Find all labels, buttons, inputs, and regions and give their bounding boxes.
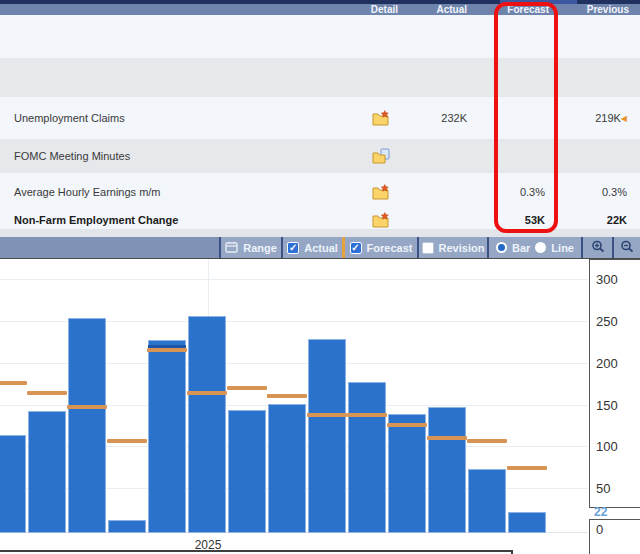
nfp-history-chart: 2025 30025020015010050 22 0 [0, 258, 640, 554]
previous-revision-arrow-icon: ◀ [621, 114, 627, 123]
event-row-average-hourly-earnings[interactable]: Average Hourly Earnings m/m 0.3% 0.3% [0, 178, 640, 206]
actual-checkbox-icon[interactable]: ✓ [287, 242, 299, 254]
empty-row-2 [0, 58, 640, 97]
zoom-out-button[interactable] [612, 237, 640, 258]
calendar-icon [225, 241, 238, 255]
forecast-tick [347, 413, 387, 417]
y-axis-label: 150 [596, 398, 618, 413]
previous-value: 22K [607, 214, 627, 226]
bar-radio-label[interactable]: Bar [512, 242, 530, 254]
y-axis-label: 300 [596, 272, 618, 287]
range-button[interactable]: Range [219, 237, 281, 258]
bar-radio-icon[interactable] [496, 242, 507, 253]
event-name: Unemployment Claims [14, 112, 125, 124]
forecast-value: 0.3% [520, 186, 545, 198]
actual-bar [428, 407, 466, 533]
folder-star-icon[interactable] [372, 184, 390, 200]
forecast-tick [27, 391, 67, 395]
gridline [0, 279, 588, 280]
actual-bar [228, 410, 266, 533]
actual-bar [28, 411, 66, 533]
actual-bar [148, 340, 186, 533]
forecast-tick [187, 391, 227, 395]
previous-value: 219K◀ [595, 112, 627, 124]
actual-bar [68, 318, 106, 533]
event-rows-block: Average Hourly Earnings m/m 0.3% 0.3% No… [0, 173, 640, 229]
y-axis-label: 50 [596, 481, 610, 496]
actual-bar [468, 469, 506, 533]
zoom-out-icon [620, 240, 634, 255]
event-row-unemployment-claims[interactable]: Unemployment Claims 232K 219K◀ [0, 97, 640, 139]
event-row-fomc-minutes[interactable]: FOMC Meeting Minutes [0, 139, 640, 173]
chart-toolbar: Range ✓ Actual ✓ Forecast Revision Bar L… [0, 237, 640, 258]
actual-bar [308, 339, 346, 533]
actual-bar [188, 316, 226, 533]
actual-bar [268, 404, 306, 533]
forecast-tick [507, 466, 547, 470]
revision-checkbox-icon[interactable] [422, 242, 434, 254]
open-folder-icon[interactable] [372, 148, 390, 164]
forecast-tick [307, 413, 347, 417]
zoom-in-button[interactable] [581, 237, 612, 258]
actual-bar [508, 512, 546, 533]
lower-pane-border [0, 550, 513, 552]
event-name: Non-Farm Employment Change [14, 214, 178, 226]
forecast-tick [227, 386, 267, 390]
forecast-toggle[interactable]: ✓ Forecast [345, 237, 417, 258]
current-value-marker: 22 [594, 505, 607, 519]
revision-toggle[interactable]: Revision [417, 237, 487, 258]
y-axis-label: 200 [596, 356, 618, 371]
forecast-toggle-label: Forecast [367, 242, 413, 254]
actual-toggle[interactable]: ✓ Actual [281, 237, 342, 258]
forecast-tick [107, 439, 147, 443]
actual-bar [108, 520, 146, 533]
toolbar-spacer [0, 237, 219, 258]
forecast-checkbox-icon[interactable]: ✓ [350, 242, 362, 254]
lower-axis-zero-label: 0 [596, 522, 603, 537]
forecast-tick [0, 381, 27, 385]
previous-value: 0.3% [602, 186, 627, 198]
chart-plot-area[interactable]: 2025 [0, 259, 588, 554]
forecast-value: 53K [525, 214, 545, 226]
actual-bar [348, 382, 386, 533]
y-axis-panel [589, 259, 640, 508]
forecast-tick [147, 348, 187, 352]
y-axis-label: 250 [596, 314, 618, 329]
lower-pane-border-stub [511, 550, 513, 554]
forecast-tick [387, 423, 427, 427]
event-name: Average Hourly Earnings m/m [14, 186, 161, 198]
actual-bar [0, 435, 26, 533]
folder-star-icon[interactable] [372, 110, 390, 126]
forecast-tick [267, 394, 307, 398]
folder-star-icon[interactable] [372, 212, 390, 228]
actual-value: 232K [441, 112, 467, 124]
chart-type-group: Bar Line [487, 237, 581, 258]
actual-toggle-label: Actual [304, 242, 338, 254]
app-window: Detail Actual Forecast Previous Unemploy… [0, 0, 640, 554]
empty-row-1 [0, 15, 640, 58]
range-button-label: Range [243, 242, 277, 254]
table-chart-divider [0, 229, 640, 237]
actual-bar [388, 414, 426, 533]
y-axis-label: 100 [596, 439, 618, 454]
event-name: FOMC Meeting Minutes [14, 150, 130, 162]
forecast-tick [67, 405, 107, 409]
line-radio-label[interactable]: Line [551, 242, 574, 254]
revision-toggle-label: Revision [439, 242, 485, 254]
zoom-in-icon [591, 240, 605, 255]
line-radio-icon[interactable] [535, 242, 546, 253]
forecast-tick [427, 436, 467, 440]
forecast-tick [467, 439, 507, 443]
